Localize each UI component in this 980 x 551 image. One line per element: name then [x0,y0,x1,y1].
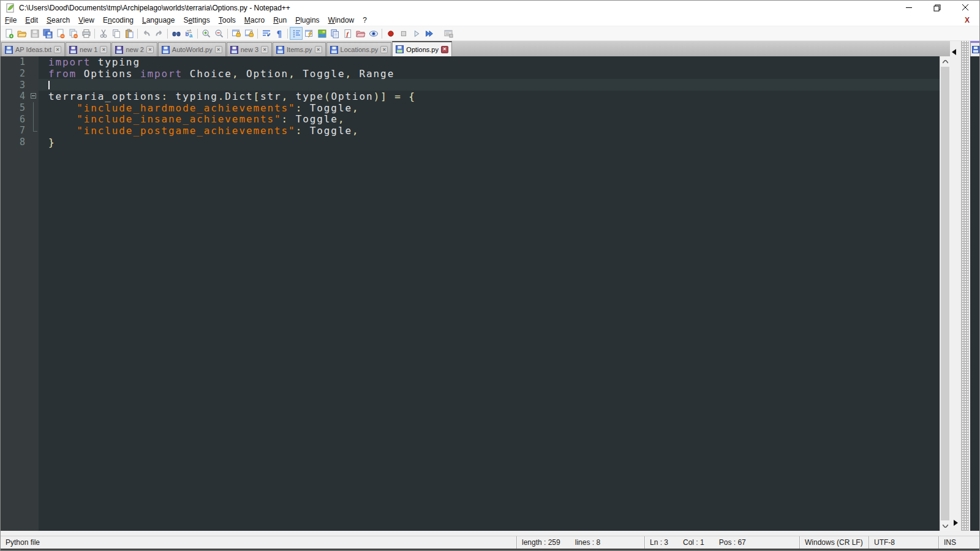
open-folder-button[interactable] [15,27,28,40]
monitoring-button[interactable] [367,27,380,40]
close-all-documents-button[interactable] [67,27,80,40]
indent-guide-button[interactable] [290,27,303,40]
code-line-7[interactable]: 7 "include_postgame_achievements": Toggl… [1,125,940,137]
tab-close-icon[interactable]: × [315,46,322,53]
menu-view[interactable]: View [74,15,99,26]
tab-close-icon[interactable]: × [100,46,107,53]
close-document-button[interactable] [54,27,67,40]
tab-options-py[interactable]: Options.py× [392,41,452,56]
tab-scroll-right-icon[interactable] [954,520,958,526]
floppy-icon [230,46,238,54]
document-list-button[interactable] [328,27,341,40]
scroll-up-arrow-icon[interactable] [940,56,951,67]
menu-tools[interactable]: Tools [214,15,240,26]
view-splitter[interactable] [961,41,969,531]
tab-label: new 1 [80,46,97,53]
close-button[interactable] [951,1,979,15]
tab-bar: AP Ideas.txt×new 1×new 2×AutoWorld.py×ne… [1,41,979,56]
tab-autoworld-py[interactable]: AutoWorld.py× [158,42,226,56]
scroll-down-arrow-icon[interactable] [940,520,951,531]
sync-horizontal-scroll-icon [244,29,254,39]
new-document-button[interactable] [2,27,15,40]
status-length: length : 259 [522,538,560,547]
tab-new-1[interactable]: new 1× [66,42,111,56]
code-line-4[interactable]: 4terraria_options: typing.Dict[str, type… [1,91,940,102]
macro-record-button[interactable] [384,27,397,40]
toolbar-separator [227,29,228,39]
print-button[interactable] [80,27,92,40]
minimize-icon [906,4,913,11]
show-all-characters-button[interactable]: ¶ [273,27,285,40]
sync-vertical-scroll-button[interactable] [230,27,243,40]
sync-horizontal-scroll-button[interactable] [243,27,255,40]
paste-button[interactable] [123,27,135,40]
find-button[interactable] [170,27,183,40]
tab-label: Items.py [287,46,312,53]
tab-locations-py[interactable]: Locations.py× [326,42,392,56]
code-line-8[interactable]: 8} [1,137,940,148]
macro-record-icon [386,29,396,39]
tab-new-3[interactable]: new 3× [227,42,272,56]
scrollbar-thumb[interactable] [941,67,949,520]
status-insert-mode[interactable]: INS [939,536,979,549]
redo-button[interactable] [153,27,165,40]
word-wrap-button[interactable] [260,27,273,40]
cut-icon [99,29,108,39]
toolbar-separator [137,29,138,39]
menu-plugins[interactable]: Plugins [291,15,323,26]
folder-as-workspace-button[interactable] [354,27,367,40]
zoom-in-button[interactable] [200,27,213,40]
restore-button[interactable] [923,1,951,15]
menu-settings[interactable]: Settings [179,15,214,26]
menu-language[interactable]: Language [138,15,179,26]
macro-save-button[interactable] [442,27,454,40]
menu-run[interactable]: Run [269,15,291,26]
tab-close-icon[interactable]: × [146,46,154,53]
tab-close-icon[interactable]: × [54,46,61,53]
save-all-button[interactable] [41,27,54,40]
tab-items-py[interactable]: Items.py× [273,42,326,56]
menu-search[interactable]: Search [42,15,74,26]
copy-button[interactable] [110,27,123,40]
macro-run-multiple-button[interactable] [423,27,435,40]
tab-ap-ideas-txt[interactable]: AP Ideas.txt× [1,42,65,56]
code-line-1[interactable]: 1import typing [1,56,940,68]
tab-close-icon[interactable]: × [441,46,448,53]
macro-play-icon [412,29,421,39]
macro-play-button[interactable] [410,27,423,40]
tab-close-icon[interactable]: × [215,46,222,53]
vertical-scrollbar[interactable] [940,56,950,531]
status-eol-format[interactable]: Windows (CR LF) [800,536,869,549]
function-completion-button[interactable] [303,27,315,40]
save-button[interactable] [28,27,41,40]
tab-new-2[interactable]: new 2× [111,42,157,56]
menu-help[interactable]: ? [358,15,371,26]
zoom-out-button[interactable] [213,27,225,40]
minimize-button[interactable] [895,1,923,15]
tab-close-icon[interactable]: × [380,46,388,53]
second-view-tab[interactable] [970,41,979,56]
code-line-5[interactable]: 5 "include_hardmode_achievements": Toggl… [1,102,940,114]
menu-macro[interactable]: Macro [240,15,269,26]
cut-button[interactable] [97,27,110,40]
replace-button[interactable]: ba [183,27,195,40]
tab-close-icon[interactable]: × [261,46,268,53]
menu-file[interactable]: File [1,15,21,26]
code-line-2[interactable]: 2from Options import Choice, Option, Tog… [1,68,940,80]
menu-window[interactable]: Window [324,15,359,26]
menu-edit[interactable]: Edit [21,15,42,26]
macro-save-icon [443,29,453,39]
status-encoding[interactable]: UTF-8 [869,536,938,549]
macro-stop-button[interactable] [397,27,410,40]
fold-collapse-icon[interactable] [31,93,36,99]
code-line-3[interactable]: 3 [1,79,940,91]
code-line-6[interactable]: 6 "include_insane_achievements": Toggle, [1,113,940,125]
code-editor[interactable]: 1import typing2from Options import Choic… [1,56,940,531]
function-list-button[interactable]: f [341,27,354,40]
status-lines: lines : 8 [575,538,600,547]
document-map-button[interactable] [315,27,328,40]
document-close-x-icon[interactable]: X [965,16,970,24]
tab-scroll-left-icon[interactable] [952,49,956,55]
menu-encoding[interactable]: Encoding [99,15,138,26]
undo-button[interactable] [140,27,153,40]
